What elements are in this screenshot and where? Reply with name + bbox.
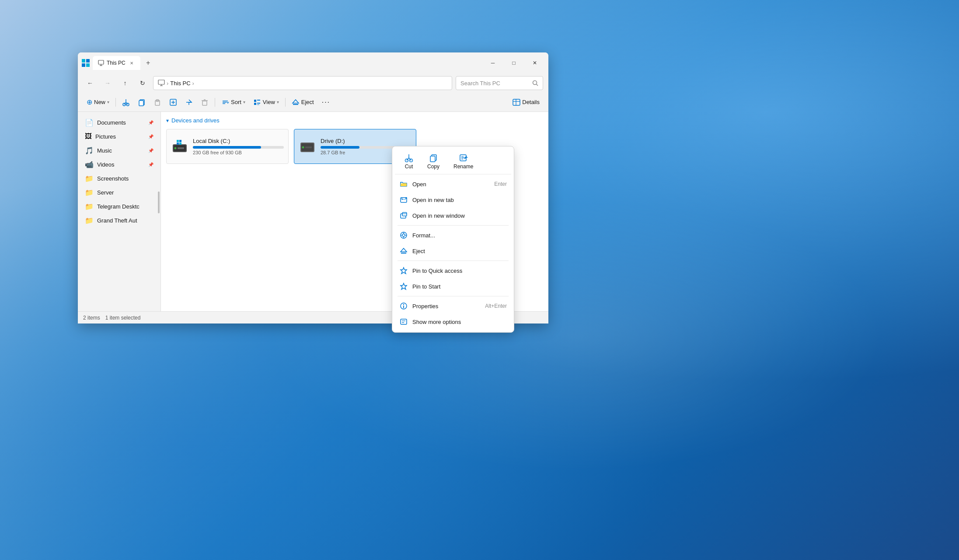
cut-icon: [122, 98, 130, 106]
ctx-rename-label: Rename: [453, 163, 473, 170]
sidebar-item-gta[interactable]: 📁 Grand Theft Aut: [80, 213, 159, 227]
path-this-pc[interactable]: This PC: [170, 80, 190, 87]
ctx-cut-button[interactable]: Cut: [398, 151, 420, 172]
ctx-show-more-item[interactable]: Show more options: [395, 314, 511, 330]
delete-button[interactable]: [197, 95, 212, 109]
copy-path-button[interactable]: [134, 95, 149, 109]
svg-marker-79: [401, 248, 407, 252]
sidebar-item-videos[interactable]: 📹 Videos 📌: [80, 157, 159, 171]
pin-icon-music: 📌: [148, 148, 153, 153]
more-button[interactable]: ···: [318, 95, 334, 109]
rename-button[interactable]: [166, 95, 181, 109]
svg-rect-7: [158, 80, 164, 84]
ctx-format-item[interactable]: Format...: [395, 227, 511, 243]
drive-c-icon: [171, 138, 188, 155]
ctx-open-new-window-icon: [399, 211, 408, 220]
ctx-properties-item[interactable]: Properties Alt+Enter: [395, 298, 511, 314]
svg-rect-34: [254, 103, 256, 105]
ctx-separator-1: [398, 225, 509, 226]
ctx-cut-icon: [405, 153, 413, 162]
rename-icon: [169, 98, 177, 106]
sidebar-item-documents[interactable]: 📄 Documents 📌: [80, 115, 159, 129]
search-placeholder: Search This PC: [460, 80, 530, 87]
ctx-pin-start-item[interactable]: Pin to Start: [395, 278, 511, 294]
share-button[interactable]: [181, 95, 196, 109]
details-icon: [513, 98, 520, 106]
sidebar-label-telegram: Telegram Desktc: [97, 203, 139, 210]
drive-c-item[interactable]: Local Disk (C:) 230 GB free of 930 GB: [166, 129, 289, 164]
svg-rect-4: [98, 60, 104, 64]
tab-monitor-icon: [98, 60, 104, 66]
music-icon: 🎵: [85, 146, 94, 155]
ctx-eject-item[interactable]: Eject: [395, 243, 511, 259]
new-tab-button[interactable]: +: [142, 57, 154, 69]
telegram-folder-icon: 📁: [85, 202, 94, 211]
svg-marker-37: [293, 100, 299, 103]
ctx-open-new-tab-label: Open in new tab: [412, 197, 507, 203]
close-button[interactable]: ✕: [525, 56, 545, 70]
sidebar-item-server[interactable]: 📁 Server: [80, 185, 159, 199]
sidebar-item-pictures[interactable]: 🖼 Pictures 📌: [80, 129, 159, 143]
ctx-rename-button[interactable]: Rename: [446, 151, 480, 172]
ctx-eject-icon: [399, 247, 408, 255]
svg-rect-18: [139, 101, 143, 106]
drive-c-bar-fill: [193, 146, 261, 149]
svg-rect-36: [257, 104, 259, 105]
forward-button[interactable]: →: [101, 76, 115, 90]
ctx-copy-button[interactable]: Copy: [420, 151, 446, 172]
drive-d-name: Drive (D:): [321, 138, 411, 144]
ctx-pin-start-icon: [399, 282, 408, 291]
drive-c-space: 230 GB free of 930 GB: [193, 150, 284, 155]
cut-button[interactable]: [119, 95, 133, 109]
minimize-button[interactable]: ─: [483, 56, 503, 70]
search-bar[interactable]: Search This PC: [456, 76, 543, 90]
view-chevron-icon: ▾: [277, 100, 279, 104]
toolbar: ⊕ New ▾: [78, 93, 548, 112]
sidebar-item-screenshots[interactable]: 📁 Screenshots: [80, 171, 159, 185]
title-bar: This PC ✕ + ─ □ ✕: [78, 52, 548, 73]
svg-rect-35: [257, 103, 260, 104]
sidebar-label-videos: Videos: [97, 161, 115, 168]
new-label: New: [94, 99, 105, 105]
ctx-open-new-window-item[interactable]: Open in new window: [395, 208, 511, 223]
drive-c-bar-bg: [193, 146, 284, 149]
sort-button[interactable]: Sort ▾: [218, 95, 249, 109]
new-button[interactable]: ⊕ New ▾: [83, 95, 113, 109]
paste-button[interactable]: [150, 95, 165, 109]
eject-button[interactable]: Eject: [288, 95, 317, 109]
refresh-button[interactable]: ↻: [136, 76, 150, 90]
ctx-eject-label: Eject: [412, 248, 507, 254]
new-chevron-icon: ▾: [107, 100, 109, 104]
screenshots-icon: 📁: [85, 174, 94, 183]
ctx-rename-icon: [459, 153, 468, 162]
view-button[interactable]: View ▾: [250, 95, 282, 109]
drive-c-name: Local Disk (C:): [193, 138, 284, 144]
ctx-open-icon: [399, 180, 408, 188]
sidebar-item-telegram[interactable]: 📁 Telegram Desktc: [80, 199, 159, 213]
tab-close-btn[interactable]: ✕: [128, 59, 135, 66]
maximize-button[interactable]: □: [504, 56, 524, 70]
address-path[interactable]: › This PC ›: [153, 76, 452, 90]
sidebar-item-music[interactable]: 🎵 Music 📌: [80, 143, 159, 157]
ctx-properties-label: Properties: [412, 303, 481, 310]
pin-icon-documents: 📌: [148, 120, 153, 125]
details-button[interactable]: Details: [509, 95, 543, 109]
ctx-open-new-tab-item[interactable]: Open in new tab: [395, 192, 511, 208]
ctx-open-item[interactable]: Open Enter: [395, 176, 511, 192]
ctx-open-new-tab-icon: [399, 195, 408, 204]
svg-rect-48: [177, 143, 179, 145]
tab-this-pc[interactable]: This PC ✕: [93, 56, 140, 70]
sidebar-scrollbar[interactable]: [158, 191, 160, 213]
svg-rect-2: [82, 63, 85, 67]
devices-drives-header[interactable]: ▾ Devices and drives: [166, 117, 543, 124]
selection-status: 1 item selected: [105, 315, 141, 321]
ctx-pin-start-label: Pin to Start: [412, 283, 507, 290]
view-icon: [253, 98, 261, 106]
pin-icon-videos: 📌: [148, 162, 153, 167]
eject-icon: [292, 98, 300, 106]
ctx-pin-quick-item[interactable]: Pin to Quick access: [395, 263, 511, 278]
sort-icon: [221, 98, 229, 106]
up-button[interactable]: ↑: [118, 76, 132, 90]
back-button[interactable]: ←: [83, 76, 97, 90]
paste-icon: [153, 98, 161, 106]
